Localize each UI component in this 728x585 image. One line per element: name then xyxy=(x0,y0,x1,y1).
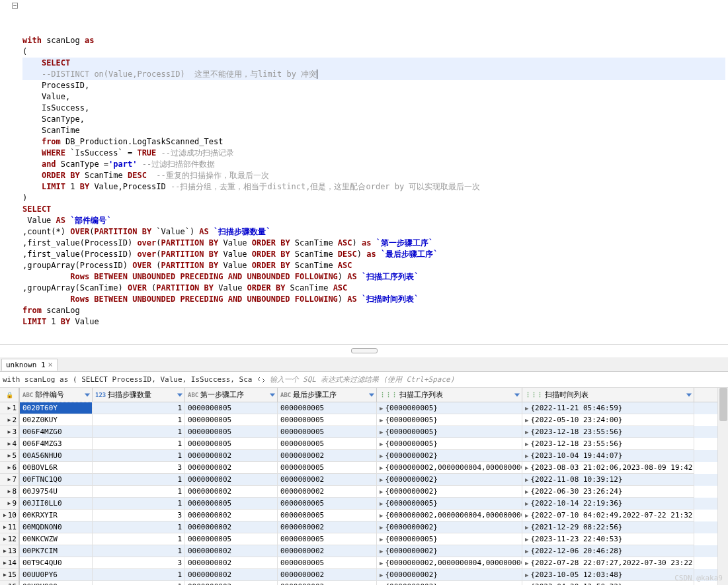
table-cell[interactable]: ▶{0000000002} xyxy=(377,521,522,533)
table-cell[interactable]: 0000000005 xyxy=(278,510,377,521)
table-cell[interactable]: 00T9C4QU0 xyxy=(20,557,93,569)
row-number[interactable]: ▶14 xyxy=(0,557,19,569)
table-cell[interactable]: ▶{0000000002} xyxy=(377,474,522,486)
expand-icon[interactable] xyxy=(257,375,266,384)
code-line[interactable]: with scanLog as xyxy=(22,35,725,46)
table-cell[interactable]: 006F4MZG3 xyxy=(20,438,93,450)
table-cell[interactable]: 00V8U9O0 xyxy=(20,581,93,585)
table-cell[interactable]: ▶{0000000005} xyxy=(377,498,522,510)
code-line[interactable]: ScanTime xyxy=(22,125,725,136)
table-cell[interactable]: 006F4MZG0 xyxy=(20,426,93,438)
code-line[interactable]: SELECT xyxy=(22,204,725,215)
table-row[interactable]: 00MQDNON0100000000020000000002▶{00000000… xyxy=(20,521,717,533)
expand-array-icon[interactable]: ▶ xyxy=(525,453,528,459)
table-row[interactable]: 00V8U9O0100000000020000000002▶{000000000… xyxy=(20,581,717,585)
row-number[interactable]: ▶10 xyxy=(0,510,19,521)
row-number[interactable]: ▶9 xyxy=(0,498,19,510)
table-cell[interactable]: 1 xyxy=(93,414,185,426)
code-line[interactable]: SELECT xyxy=(22,58,725,69)
table-cell[interactable]: 3 xyxy=(93,462,185,474)
table-cell[interactable]: 0000000005 xyxy=(278,426,377,438)
table-cell[interactable]: 0000000005 xyxy=(185,498,278,510)
expand-array-icon[interactable]: ▶ xyxy=(525,441,528,447)
fold-toggle-icon[interactable]: − xyxy=(12,3,18,9)
expand-array-icon[interactable]: ▶ xyxy=(380,441,383,447)
table-row[interactable]: 00BOVL6R300000000020000000005▶{000000000… xyxy=(20,462,717,474)
expand-array-icon[interactable]: ▶ xyxy=(380,417,383,424)
table-cell[interactable]: 1 xyxy=(93,498,185,510)
code-line[interactable]: from scanLog xyxy=(22,305,725,316)
table-cell[interactable]: 00UU0PY6 xyxy=(20,569,93,581)
code-line[interactable]: LIMIT 1 BY Value xyxy=(22,316,725,328)
row-number[interactable]: ▶6 xyxy=(0,462,19,474)
code-line[interactable]: IsSuccess, xyxy=(22,103,725,114)
table-cell[interactable]: 0000000005 xyxy=(278,462,377,474)
table-cell[interactable]: 0000000005 xyxy=(185,438,278,450)
expand-array-icon[interactable]: ▶ xyxy=(525,465,528,471)
table-row[interactable]: 00NKCWZW100000000050000000005▶{000000000… xyxy=(20,533,717,545)
filter-dropdown-icon[interactable] xyxy=(270,393,275,396)
expand-array-icon[interactable]: ▶ xyxy=(380,536,383,543)
filter-dropdown-icon[interactable] xyxy=(514,393,520,396)
table-cell[interactable]: ▶{2022-10-14 22:19:36} xyxy=(522,498,694,510)
expand-array-icon[interactable]: ▶ xyxy=(525,500,528,507)
table-cell[interactable]: ▶{0000000002} xyxy=(377,545,522,557)
code-line[interactable]: Rows BETWEEN UNBOUNDED PRECEDING AND UNB… xyxy=(22,271,725,283)
table-row[interactable]: 0020T60Y100000000050000000005▶{000000000… xyxy=(20,402,717,414)
table-cell[interactable]: ▶{2022-05-10 23:24:00} xyxy=(522,414,694,426)
table-cell[interactable]: 0000000005 xyxy=(278,533,377,545)
table-row[interactable]: 00T9C4QU0300000000020000000005▶{00000000… xyxy=(20,557,717,569)
table-cell[interactable]: 3 xyxy=(93,510,185,521)
expand-array-icon[interactable]: ▶ xyxy=(525,429,528,435)
expand-array-icon[interactable]: ▶ xyxy=(525,405,528,412)
table-cell[interactable]: ▶{0000000002} xyxy=(377,569,522,581)
table-cell[interactable]: 0000000002 xyxy=(185,510,278,521)
table-cell[interactable]: ▶{0000000005} xyxy=(377,438,522,450)
column-header[interactable]: ⋮⋮⋮扫描工序列表 xyxy=(377,388,522,402)
table-cell[interactable]: ▶{2022-12-06 20:46:28} xyxy=(522,545,694,557)
table-cell[interactable]: 0000000002 xyxy=(278,521,377,533)
table-cell[interactable]: 1 xyxy=(93,533,185,545)
row-number[interactable]: ▶4 xyxy=(0,438,19,450)
expand-array-icon[interactable]: ▶ xyxy=(525,524,528,531)
column-header[interactable]: ⋮⋮⋮扫描时间列表 xyxy=(522,388,694,402)
splitter[interactable] xyxy=(0,344,728,357)
row-number[interactable]: ▶2 xyxy=(0,414,19,426)
table-cell[interactable]: 00FTNC1Q0 xyxy=(20,474,93,486)
table-row[interactable]: 00J9754U100000000020000000002▶{000000000… xyxy=(20,486,717,498)
table-cell[interactable]: 0000000002 xyxy=(278,569,377,581)
table-cell[interactable]: ▶{2023-12-18 23:55:56} xyxy=(522,426,694,438)
expand-array-icon[interactable]: ▶ xyxy=(525,536,528,543)
table-cell[interactable]: ▶{2023-10-04 19:44:07} xyxy=(522,450,694,462)
results-tab[interactable]: unknown 1 × xyxy=(1,359,58,371)
table-cell[interactable]: 0000000002 xyxy=(278,581,377,585)
filter-dropdown-icon[interactable] xyxy=(369,393,374,396)
vertical-scrollbar[interactable] xyxy=(717,388,728,585)
table-cell[interactable]: 0000000002 xyxy=(185,486,278,498)
filter-dropdown-icon[interactable] xyxy=(686,393,692,396)
code-line[interactable]: Rows BETWEEN UNBOUNDED PRECEDING AND UNB… xyxy=(22,294,725,305)
code-line[interactable]: ( xyxy=(22,46,725,58)
table-cell[interactable]: ▶{2022-11-08 10:39:12} xyxy=(522,474,694,486)
table-cell[interactable]: 0000000005 xyxy=(278,557,377,569)
table-cell[interactable]: 0000000002 xyxy=(185,474,278,486)
code-line[interactable]: ,groupArray(ScanTime) OVER (PARTITION BY… xyxy=(22,283,725,294)
table-cell[interactable]: ▶{0000000002} xyxy=(377,486,522,498)
table-row[interactable]: 002Z0KUY100000000050000000005▶{000000000… xyxy=(20,414,717,426)
column-header[interactable]: 123扫描步骤数量 xyxy=(93,388,185,402)
table-cell[interactable]: ▶{0000000005} xyxy=(377,402,522,414)
expand-array-icon[interactable]: ▶ xyxy=(380,524,383,531)
table-cell[interactable]: 0000000005 xyxy=(185,426,278,438)
column-header[interactable]: ABC部件编号 xyxy=(20,388,93,402)
expand-array-icon[interactable]: ▶ xyxy=(380,453,383,459)
filter-dropdown-icon[interactable] xyxy=(85,393,90,396)
table-cell[interactable]: 00JII0LL0 xyxy=(20,498,93,510)
expand-array-icon[interactable]: ▶ xyxy=(380,572,383,578)
table-cell[interactable]: ▶{2023-12-18 23:55:56} xyxy=(522,438,694,450)
table-row[interactable]: 00PK7CIM100000000020000000002▶{000000000… xyxy=(20,545,717,557)
table-cell[interactable]: 1 xyxy=(93,581,185,585)
expand-array-icon[interactable]: ▶ xyxy=(380,548,383,555)
code-line[interactable]: ,first_value(ProcessID) over(PARTITION B… xyxy=(22,238,725,249)
table-cell[interactable]: 0000000002 xyxy=(278,486,377,498)
row-number[interactable]: ▶13 xyxy=(0,545,19,557)
